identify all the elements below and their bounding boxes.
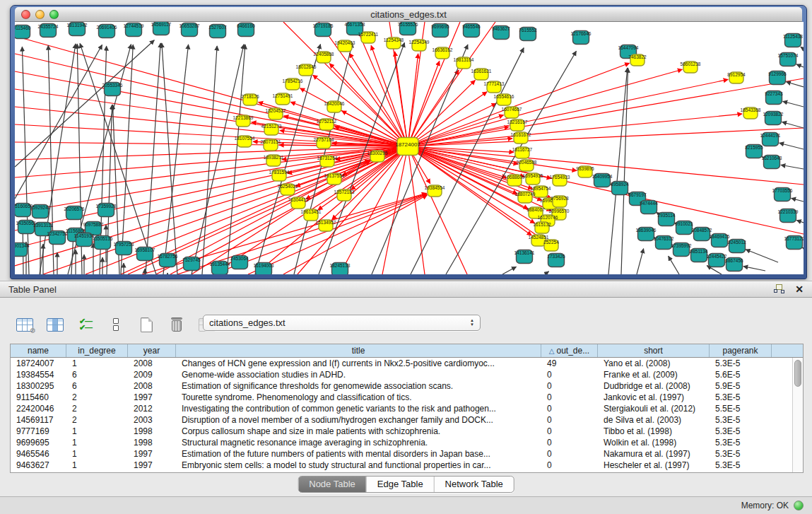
network-node[interactable]: 12751491: [273, 93, 293, 105]
network-node[interactable]: 18107554: [235, 136, 255, 147]
network-node[interactable]: 9115460: [15, 25, 31, 39]
table-scrollbar[interactable]: [792, 358, 803, 472]
network-node[interactable]: 22405868: [314, 52, 334, 63]
show-columns-button[interactable]: [45, 314, 66, 335]
network-node[interactable]: 10653287: [180, 23, 200, 37]
table-row[interactable]: 946362711997Embryonic stem cells: a mode…: [11, 460, 803, 471]
network-node[interactable]: 9756928: [551, 196, 569, 207]
network-node[interactable]: 2718126: [241, 94, 259, 105]
table-row[interactable]: 1938455462009Genome-wide association stu…: [11, 369, 803, 380]
scrollbar-thumb[interactable]: [794, 360, 801, 387]
network-node[interactable]: 16074667: [502, 107, 522, 118]
network-node[interactable]: 9465546: [462, 24, 481, 37]
network-canvas[interactable]: 9115460243557241813194220691406127445191…: [15, 22, 804, 274]
network-node[interactable]: 16194003: [254, 263, 274, 275]
network-node[interactable]: 9463627: [492, 26, 510, 40]
close-window-icon[interactable]: [21, 10, 30, 19]
network-node[interactable]: 15929242: [30, 205, 51, 218]
network-node[interactable]: 18300295: [367, 151, 388, 162]
network-node[interactable]: 17395992: [671, 243, 692, 257]
network-node[interactable]: 14569117: [151, 22, 172, 35]
network-node[interactable]: 18543368: [741, 107, 761, 119]
row-height-button[interactable]: [105, 314, 126, 335]
network-node[interactable]: 11254348: [384, 37, 404, 49]
network-node[interactable]: 15751074: [778, 53, 799, 66]
column-header-pagerank[interactable]: pagerank: [710, 344, 772, 357]
close-panel-icon[interactable]: ✕: [795, 284, 804, 294]
network-node[interactable]: 12444191: [760, 133, 781, 146]
network-node[interactable]: 12093822: [763, 112, 784, 125]
network-node[interactable]: 20553346: [102, 83, 123, 96]
tab-edge-table[interactable]: Edge Table: [367, 477, 435, 492]
network-node[interactable]: 9245012: [728, 240, 746, 253]
network-node[interactable]: 12176646: [571, 31, 592, 45]
network-node[interactable]: 8215955: [745, 145, 763, 158]
network-node[interactable]: 18724007: [395, 138, 420, 156]
network-node[interactable]: 20691406: [97, 25, 117, 38]
network-node[interactable]: 11451934: [74, 233, 95, 247]
network-node[interactable]: 18938211: [264, 155, 284, 166]
network-node[interactable]: 16636162: [433, 47, 453, 59]
network-graph[interactable]: 9115460243557241813194220691406127445191…: [15, 22, 804, 274]
network-node[interactable]: 15134957: [316, 220, 336, 231]
network-node[interactable]: 15722411: [358, 32, 379, 43]
network-node[interactable]: 24355724: [38, 24, 59, 37]
network-node[interactable]: 17957253: [114, 242, 134, 255]
network-node[interactable]: 18245133: [330, 263, 351, 275]
column-header-year[interactable]: year: [128, 344, 176, 357]
network-node[interactable]: 18116727: [512, 147, 533, 158]
network-node[interactable]: 2453064: [230, 256, 249, 269]
network-node[interactable]: 19420463: [335, 40, 355, 52]
network-node[interactable]: 17854216: [283, 78, 303, 90]
column-header-short[interactable]: short: [598, 344, 710, 357]
network-node[interactable]: 252254: [543, 240, 559, 251]
network-node[interactable]: 12254349: [409, 40, 430, 51]
table-row[interactable]: 911546021997Tourette syndrome. Phenomeno…: [11, 392, 803, 403]
column-header-out-degree[interactable]: △out_de...: [541, 344, 598, 357]
network-node[interactable]: 17703556: [772, 188, 793, 201]
table-settings-button[interactable]: ⚙: [14, 314, 35, 335]
network-node[interactable]: 13901344: [15, 243, 30, 257]
table-row[interactable]: 969969511998Structural magnetic resonanc…: [11, 437, 803, 448]
network-node[interactable]: 17831594: [269, 170, 290, 181]
network-node[interactable]: 20206576: [64, 206, 85, 220]
network-node[interactable]: 12744519: [124, 23, 144, 37]
network-node[interactable]: 18469415: [710, 234, 730, 247]
network-node[interactable]: 17359928: [96, 204, 117, 217]
column-header-title[interactable]: title: [176, 344, 541, 357]
network-node[interactable]: 19613451: [301, 209, 322, 221]
network-node[interactable]: 13216167: [507, 119, 528, 131]
network-node[interactable]: 6867456: [725, 258, 743, 271]
new-column-button[interactable]: [136, 314, 157, 335]
network-node[interactable]: 58601238: [681, 62, 701, 73]
network-node[interactable]: 7615552: [519, 28, 537, 41]
network-node[interactable]: 16773122: [784, 236, 804, 250]
network-node[interactable]: 22757164: [314, 137, 334, 148]
table-selector-dropdown[interactable]: citations_edges.txt ▲▼: [203, 315, 481, 331]
tab-node-table[interactable]: Node Table: [298, 477, 367, 492]
network-node[interactable]: 9227343: [765, 91, 783, 105]
network-node[interactable]: 16361621: [471, 69, 492, 80]
network-node[interactable]: 13204527: [266, 108, 286, 119]
network-node[interactable]: 6466160: [237, 23, 255, 37]
network-node[interactable]: 1615132: [533, 222, 551, 233]
network-node[interactable]: 18012645: [296, 64, 317, 76]
tab-network-table[interactable]: Network Table: [435, 477, 514, 492]
table-row[interactable]: 946554611997Estimation of the future num…: [11, 448, 803, 460]
zoom-window-icon[interactable]: [49, 10, 59, 19]
network-node[interactable]: 9129966: [768, 71, 787, 85]
network-node[interactable]: 10688609: [505, 175, 525, 186]
network-node[interactable]: 9851134: [690, 249, 708, 262]
network-node[interactable]: 9910021: [675, 221, 693, 235]
network-node[interactable]: 13505135: [93, 236, 113, 250]
network-node[interactable]: 16958107: [135, 247, 155, 261]
network-node[interactable]: 12210339: [778, 209, 799, 223]
network-node[interactable]: 18807249: [515, 192, 536, 203]
network-node[interactable]: 12342757: [47, 231, 68, 245]
network-node[interactable]: 18131942: [67, 23, 88, 36]
select-columns-button[interactable]: ✔—✔—: [75, 314, 96, 335]
network-node[interactable]: 76254021: [278, 184, 298, 195]
network-node[interactable]: 2935114: [658, 213, 676, 226]
network-node[interactable]: 19135444: [210, 262, 230, 275]
network-node[interactable]: 12213869: [233, 115, 254, 127]
